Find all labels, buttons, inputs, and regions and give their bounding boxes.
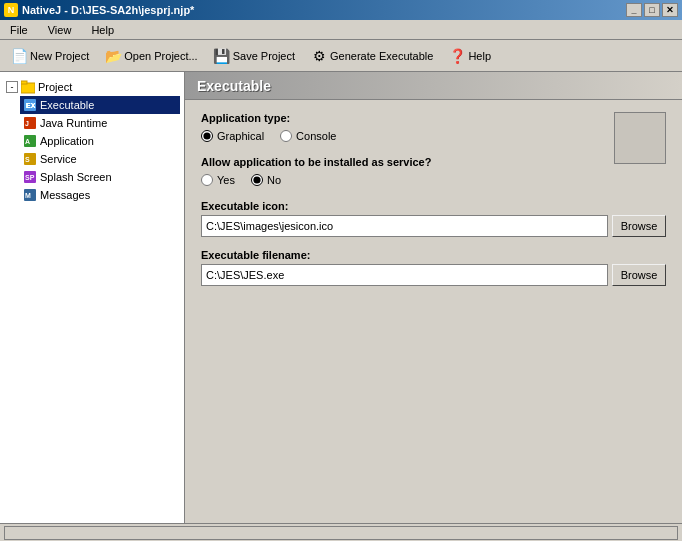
svg-text:A: A bbox=[25, 138, 30, 145]
executable-file-icon: EX bbox=[23, 98, 37, 112]
menu-file[interactable]: File bbox=[4, 22, 34, 38]
messages-icon: M bbox=[22, 187, 38, 203]
app-type-label: Application type: bbox=[201, 112, 666, 124]
main-area: - Project EX Ex bbox=[0, 72, 682, 523]
project-folder-icon bbox=[21, 80, 35, 94]
java-icon: J bbox=[23, 116, 37, 130]
radio-graphical-input[interactable] bbox=[201, 130, 213, 142]
app-type-radio-group: Graphical Console bbox=[201, 130, 666, 142]
messages-label: Messages bbox=[40, 189, 90, 201]
panel-body: Application type: Graphical Console Allo… bbox=[185, 100, 682, 310]
service-radio-group: Yes No bbox=[201, 174, 666, 186]
sidebar-item-executable[interactable]: EX Executable bbox=[20, 96, 180, 114]
svg-text:S: S bbox=[25, 156, 30, 163]
service-label: Allow application to be installed as ser… bbox=[201, 156, 666, 168]
app-icon: N bbox=[4, 3, 18, 17]
window-controls[interactable]: _ □ ✕ bbox=[626, 3, 678, 17]
service-section: Allow application to be installed as ser… bbox=[201, 156, 666, 186]
sidebar-item-application[interactable]: A Application bbox=[20, 132, 180, 150]
app-file-icon: A bbox=[23, 134, 37, 148]
service-icon: S bbox=[22, 151, 38, 167]
svg-text:J: J bbox=[25, 120, 29, 127]
tree-root-project[interactable]: - Project bbox=[4, 78, 180, 96]
executable-label: Executable bbox=[40, 99, 94, 111]
radio-graphical-option[interactable]: Graphical bbox=[201, 130, 264, 142]
sidebar-item-splash-screen[interactable]: SP Splash Screen bbox=[20, 168, 180, 186]
open-project-icon: 📂 bbox=[105, 48, 121, 64]
generate-executable-label: Generate Executable bbox=[330, 50, 433, 62]
browse-filename-button[interactable]: Browse bbox=[612, 264, 666, 286]
radio-console-option[interactable]: Console bbox=[280, 130, 336, 142]
splash-file-icon: SP bbox=[23, 170, 37, 184]
radio-no-input[interactable] bbox=[251, 174, 263, 186]
content-panel: Executable Application type: Graphical C… bbox=[185, 72, 682, 523]
generate-executable-icon: ⚙ bbox=[311, 48, 327, 64]
open-project-button[interactable]: 📂 Open Project... bbox=[98, 43, 204, 69]
service-file-icon: S bbox=[23, 152, 37, 166]
executable-icon-row: Browse bbox=[201, 215, 666, 237]
image-placeholder bbox=[614, 112, 666, 164]
menu-view[interactable]: View bbox=[42, 22, 78, 38]
save-project-icon: 💾 bbox=[214, 48, 230, 64]
radio-console-label: Console bbox=[296, 130, 336, 142]
splash-screen-label: Splash Screen bbox=[40, 171, 112, 183]
save-project-button[interactable]: 💾 Save Project bbox=[207, 43, 302, 69]
svg-text:SP: SP bbox=[25, 174, 35, 181]
status-panel bbox=[4, 526, 678, 540]
executable-filename-row: Browse bbox=[201, 264, 666, 286]
new-project-label: New Project bbox=[30, 50, 89, 62]
svg-text:M: M bbox=[25, 192, 31, 199]
sidebar-item-java-runtime[interactable]: J Java Runtime bbox=[20, 114, 180, 132]
browse-filename-label: Browse bbox=[621, 269, 658, 281]
help-label: Help bbox=[468, 50, 491, 62]
svg-rect-1 bbox=[21, 81, 27, 84]
svg-text:EX: EX bbox=[26, 102, 36, 109]
new-project-button[interactable]: 📄 New Project bbox=[4, 43, 96, 69]
maximize-button[interactable]: □ bbox=[644, 3, 660, 17]
browse-icon-label: Browse bbox=[621, 220, 658, 232]
application-icon: A bbox=[22, 133, 38, 149]
sidebar-item-messages[interactable]: M Messages bbox=[20, 186, 180, 204]
app-type-section: Application type: Graphical Console bbox=[201, 112, 666, 142]
application-label: Application bbox=[40, 135, 94, 147]
executable-filename-label: Executable filename: bbox=[201, 249, 666, 261]
menu-help[interactable]: Help bbox=[85, 22, 120, 38]
radio-yes-label: Yes bbox=[217, 174, 235, 186]
tree-root-label: Project bbox=[38, 81, 72, 93]
executable-filename-input[interactable] bbox=[201, 264, 608, 286]
executable-icon-label: Executable icon: bbox=[201, 200, 666, 212]
title-bar: N NativeJ - D:\JES-SA2h\jesprj.njp* _ □ … bbox=[0, 0, 682, 20]
save-project-label: Save Project bbox=[233, 50, 295, 62]
messages-file-icon: M bbox=[23, 188, 37, 202]
browse-icon-button[interactable]: Browse bbox=[612, 215, 666, 237]
service-label: Service bbox=[40, 153, 77, 165]
window-title: NativeJ - D:\JES-SA2h\jesprj.njp* bbox=[22, 4, 194, 16]
status-bar bbox=[0, 523, 682, 541]
radio-console-input[interactable] bbox=[280, 130, 292, 142]
radio-no-option[interactable]: No bbox=[251, 174, 281, 186]
menu-bar: File View Help bbox=[0, 20, 682, 40]
open-project-label: Open Project... bbox=[124, 50, 197, 62]
sidebar: - Project EX Ex bbox=[0, 72, 185, 523]
close-button[interactable]: ✕ bbox=[662, 3, 678, 17]
new-project-icon: 📄 bbox=[11, 48, 27, 64]
executable-filename-section: Executable filename: Browse bbox=[201, 249, 666, 286]
executable-icon: EX bbox=[22, 97, 38, 113]
splash-screen-icon: SP bbox=[22, 169, 38, 185]
sidebar-item-service[interactable]: S Service bbox=[20, 150, 180, 168]
radio-graphical-label: Graphical bbox=[217, 130, 264, 142]
help-button[interactable]: ❓ Help bbox=[442, 43, 498, 69]
radio-no-label: No bbox=[267, 174, 281, 186]
java-runtime-icon: J bbox=[22, 115, 38, 131]
generate-executable-button[interactable]: ⚙ Generate Executable bbox=[304, 43, 440, 69]
radio-yes-option[interactable]: Yes bbox=[201, 174, 235, 186]
help-icon: ❓ bbox=[449, 48, 465, 64]
expand-icon[interactable]: - bbox=[6, 81, 18, 93]
radio-yes-input[interactable] bbox=[201, 174, 213, 186]
java-runtime-label: Java Runtime bbox=[40, 117, 107, 129]
executable-icon-section: Executable icon: Browse bbox=[201, 200, 666, 237]
minimize-button[interactable]: _ bbox=[626, 3, 642, 17]
tree-children: EX Executable J Java Runtime bbox=[4, 96, 180, 204]
executable-icon-input[interactable] bbox=[201, 215, 608, 237]
project-icon bbox=[20, 79, 36, 95]
